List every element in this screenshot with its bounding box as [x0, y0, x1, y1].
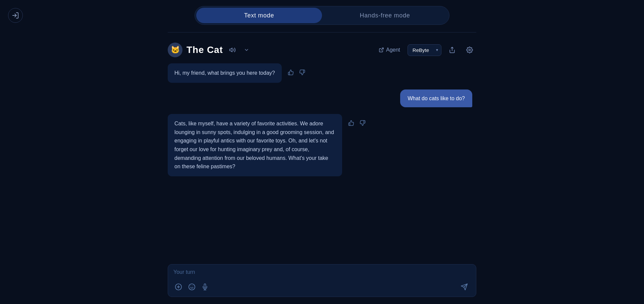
add-attachment-button[interactable]: [173, 282, 183, 292]
dropdown-chevron-button[interactable]: [242, 46, 251, 54]
handsfree-mode-button[interactable]: Hands-free mode: [322, 8, 448, 23]
bot-bubble: Cats, like myself, have a variety of fav…: [168, 114, 342, 176]
microphone-button[interactable]: [200, 282, 210, 292]
emoji-button[interactable]: [187, 282, 197, 292]
message-text: Hi, my friend, what brings you here toda…: [174, 70, 275, 76]
agent-label: Agent: [386, 47, 400, 53]
svg-point-4: [469, 49, 471, 51]
chat-container: 🐱 The Cat Agent ReByte: [168, 32, 476, 297]
thumbs-down-button[interactable]: [298, 68, 307, 77]
share-button[interactable]: [445, 45, 459, 55]
input-area: [168, 264, 476, 297]
send-button[interactable]: [458, 282, 471, 292]
provider-select-wrapper: ReByte ▾: [408, 44, 441, 56]
user-bubble: What do cats like to do?: [400, 89, 472, 108]
provider-label: ReByte: [413, 47, 429, 53]
agent-button[interactable]: Agent: [379, 47, 400, 53]
signin-button[interactable]: [8, 8, 23, 23]
message-text: What do cats like to do?: [408, 96, 465, 101]
sound-button[interactable]: [227, 45, 238, 55]
thumbs-up-button[interactable]: [347, 119, 356, 127]
provider-select[interactable]: ReByte: [408, 44, 441, 56]
message-input[interactable]: [173, 269, 471, 279]
message-text: Cats, like myself, have a variety of fav…: [174, 121, 334, 169]
messages-area: Hi, my friend, what brings you here toda…: [168, 63, 476, 261]
thumbs-down-button[interactable]: [358, 119, 367, 127]
chat-header: 🐱 The Cat Agent ReByte: [168, 39, 476, 63]
header-divider: [168, 32, 476, 33]
message-actions: [347, 119, 367, 127]
svg-line-2: [381, 48, 383, 50]
svg-marker-1: [229, 48, 232, 52]
input-actions: [173, 282, 471, 292]
thumbs-up-button[interactable]: [286, 68, 295, 77]
svg-point-8: [189, 284, 195, 290]
mode-toggle-bar: Text mode Hands-free mode: [195, 6, 449, 25]
avatar: 🐱: [168, 43, 182, 57]
message-actions: [286, 68, 307, 77]
message-row: What do cats like to do?: [168, 89, 472, 108]
message-row: Hi, my friend, what brings you here toda…: [168, 63, 472, 83]
settings-button[interactable]: [463, 45, 476, 55]
text-mode-button[interactable]: Text mode: [196, 8, 322, 23]
chat-title: The Cat: [186, 45, 223, 55]
message-row: Cats, like myself, have a variety of fav…: [168, 114, 472, 176]
bot-bubble: Hi, my friend, what brings you here toda…: [168, 63, 282, 83]
